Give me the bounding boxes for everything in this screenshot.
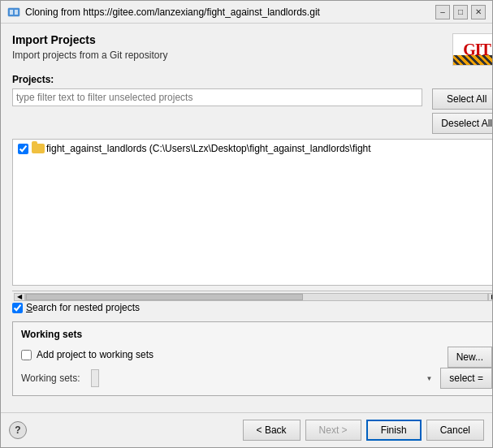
nested-projects-label[interactable]: Search for nested projects bbox=[26, 302, 140, 313]
next-button[interactable]: Next > bbox=[305, 420, 361, 441]
scrollbar-track[interactable] bbox=[25, 293, 488, 301]
window-icon bbox=[7, 6, 20, 19]
content-area: Import Projects Import projects from a G… bbox=[1, 24, 492, 412]
select-working-set-button[interactable]: select = bbox=[440, 368, 492, 389]
project-name: fight_against_landlords (C:\Users\Lzx\De… bbox=[46, 143, 371, 154]
projects-list-inner: fight_against_landlords (C:\Users\Lzx\De… bbox=[13, 140, 492, 157]
maximize-button[interactable]: □ bbox=[453, 5, 468, 19]
main-panel: Import Projects Import projects from a G… bbox=[1, 24, 492, 412]
close-button[interactable]: ✕ bbox=[471, 5, 486, 19]
working-sets-dropdown-wrapper bbox=[91, 369, 435, 387]
select-all-button[interactable]: Select All bbox=[432, 88, 492, 110]
add-to-sets-label: Add project to working sets bbox=[37, 349, 154, 360]
new-working-set-button[interactable]: New... bbox=[448, 347, 492, 368]
svg-rect-1 bbox=[10, 10, 13, 15]
header-text: Import Projects Import projects from a G… bbox=[12, 33, 452, 61]
finish-button[interactable]: Finish bbox=[366, 420, 422, 441]
titlebar: Cloning from https://gitee.com/lanzexian… bbox=[1, 1, 492, 24]
cancel-button[interactable]: Cancel bbox=[426, 420, 484, 441]
nested-projects-checkbox[interactable] bbox=[12, 303, 23, 313]
bottom-bar: ? < Back Next > Finish Cancel bbox=[1, 412, 492, 447]
folder-icon bbox=[32, 144, 45, 153]
working-sets-dropdown[interactable] bbox=[91, 369, 99, 387]
back-button[interactable]: < Back bbox=[243, 420, 301, 441]
main-window: Cloning from https://gitee.com/lanzexian… bbox=[0, 0, 493, 448]
scrollbar-area: ◀ ▶ bbox=[12, 291, 492, 302]
import-title: Import Projects bbox=[12, 33, 452, 46]
filter-input[interactable] bbox=[12, 88, 422, 106]
scroll-left-btn[interactable]: ◀ bbox=[14, 293, 25, 301]
working-sets-title: Working sets bbox=[21, 329, 492, 340]
working-sets-select-row: Working sets: select = bbox=[21, 368, 492, 389]
nav-buttons: < Back Next > Finish Cancel bbox=[243, 420, 484, 441]
scroll-right-btn[interactable]: ▶ bbox=[488, 293, 492, 301]
svg-rect-2 bbox=[15, 10, 18, 15]
nested-projects-row: Search for nested projects bbox=[12, 302, 492, 313]
list-item[interactable]: fight_against_landlords (C:\Users\Lzx\De… bbox=[13, 141, 492, 156]
projects-list-wrapper: fight_against_landlords (C:\Users\Lzx\De… bbox=[12, 139, 492, 302]
working-sets-add-row: Add project to working sets New... bbox=[21, 347, 492, 368]
scrollbar-thumb[interactable] bbox=[26, 294, 303, 300]
git-logo: GIT bbox=[452, 33, 492, 66]
projects-list[interactable]: fight_against_landlords (C:\Users\Lzx\De… bbox=[12, 139, 492, 286]
add-to-sets-checkbox[interactable] bbox=[21, 350, 32, 360]
git-logo-text: GIT bbox=[463, 41, 491, 59]
minimize-button[interactable]: – bbox=[435, 5, 450, 19]
working-sets-label: Working sets: bbox=[21, 373, 86, 384]
header-section: Import Projects Import projects from a G… bbox=[12, 33, 492, 66]
working-sets-section: Working sets Add project to working sets… bbox=[12, 321, 492, 396]
window-title: Cloning from https://gitee.com/lanzexian… bbox=[25, 6, 435, 18]
help-button[interactable]: ? bbox=[9, 421, 27, 439]
filter-row: Select All Deselect All bbox=[12, 88, 492, 134]
window-controls: – □ ✕ bbox=[435, 5, 486, 19]
projects-label: Projects: bbox=[12, 74, 492, 85]
import-subtitle: Import projects from a Git repository bbox=[12, 50, 452, 61]
side-buttons: Select All Deselect All bbox=[432, 88, 492, 134]
projects-area: fight_against_landlords (C:\Users\Lzx\De… bbox=[12, 139, 492, 302]
project-checkbox[interactable] bbox=[18, 144, 28, 154]
deselect-all-button[interactable]: Deselect All bbox=[432, 113, 492, 134]
add-to-sets-row: Add project to working sets bbox=[21, 349, 154, 360]
